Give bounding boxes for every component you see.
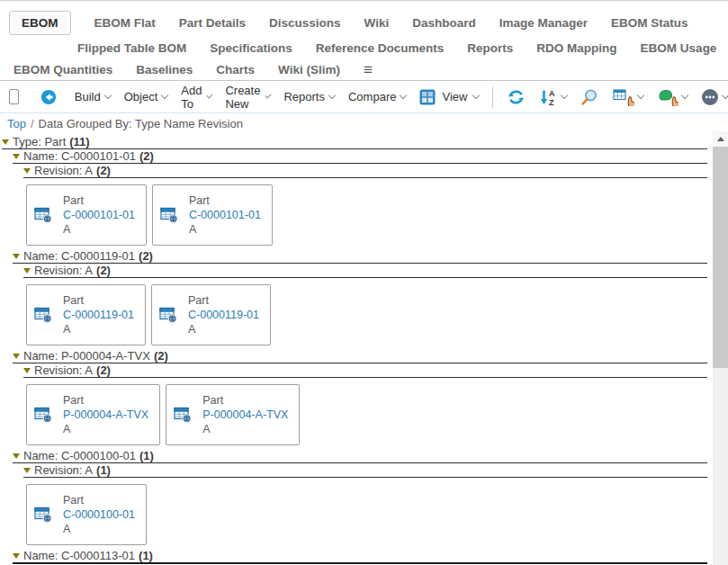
tab-ebom[interactable]: EBOM [9, 11, 71, 35]
collapse-triangle-icon[interactable] [13, 354, 20, 359]
group-label: Revision: A [34, 463, 93, 477]
group-name-2[interactable]: Name: C-0000119-01 (2) [13, 249, 707, 264]
scroll-up-button[interactable] [713, 131, 728, 147]
tab-ebom-quantities[interactable]: EBOM Quantities [13, 63, 112, 76]
ebom-page: EBOM EBOM Flat Part Details Discussions … [0, 0, 728, 565]
collapse-triangle-icon[interactable] [13, 254, 20, 259]
table-actions-button[interactable] [613, 88, 643, 106]
more-actions-button[interactable] [701, 88, 728, 106]
toolbar-separator [492, 86, 493, 108]
scrollbar-thumb[interactable] [713, 147, 728, 368]
search-button[interactable] [580, 88, 599, 106]
group-count: (2) [96, 363, 111, 377]
tab-dashboard[interactable]: Dashboard [412, 16, 476, 30]
tab-wiki[interactable]: Wiki [364, 16, 390, 30]
refresh-button[interactable] [507, 88, 526, 106]
tab-ebom-usage[interactable]: EBOM Usage [641, 41, 717, 55]
card-type-label: Part [63, 493, 135, 507]
card-type-label: Part [202, 393, 288, 408]
group-label: Revision: A [34, 164, 93, 177]
part-table-icon [34, 306, 52, 324]
menu-compare[interactable]: Compare [348, 90, 406, 103]
chevron-down-icon [103, 92, 111, 99]
breadcrumb-top-link[interactable]: Top [7, 117, 26, 130]
tab-row-3: EBOM Quantities Baselines Charts Wiki (S… [0, 59, 728, 80]
part-card: Part C-0000119-01 A [26, 284, 146, 345]
menu-compare-label: Compare [348, 90, 396, 103]
group-type-part[interactable]: Type: Part (11) [2, 135, 707, 149]
card-type-label: Part [189, 193, 261, 208]
group-label: Name: C-0000101-01 [23, 149, 136, 163]
highlight-actions-button[interactable] [657, 88, 688, 106]
select-all-checkbox[interactable] [9, 89, 19, 104]
group-revision-3[interactable]: Revision: A (2) [23, 363, 707, 378]
tab-reference-documents[interactable]: Reference Documents [316, 41, 445, 55]
vertical-scrollbar[interactable] [713, 131, 728, 565]
tab-overflow-menu-icon[interactable]: ≡ [364, 62, 373, 77]
back-circle-icon [40, 89, 57, 105]
card-part-link[interactable]: C-0000100-01 [63, 507, 135, 522]
collapse-triangle-icon[interactable] [13, 553, 20, 559]
card-part-link[interactable]: P-000004-A-TVX [202, 408, 288, 422]
chevron-down-icon [265, 92, 272, 98]
tab-wiki-slim[interactable]: Wiki (Slim) [278, 63, 340, 76]
toolbar: Build Object Add To Create New Reports C… [0, 81, 728, 113]
group-label: Revision: A [34, 363, 93, 377]
tab-charts[interactable]: Charts [216, 63, 255, 76]
green-hand-icon [657, 88, 679, 106]
sort-button[interactable] [539, 88, 567, 106]
card-revision-label: A [63, 522, 135, 536]
tab-discussions[interactable]: Discussions [269, 16, 341, 30]
card-type-label: Part [63, 193, 135, 208]
group-label: Revision: A [34, 264, 93, 277]
collapse-triangle-icon[interactable] [2, 139, 9, 145]
collapse-triangle-icon[interactable] [23, 468, 31, 473]
tab-reports[interactable]: Reports [467, 41, 513, 55]
tab-image-manager[interactable]: Image Manager [499, 16, 588, 30]
group-revision-2[interactable]: Revision: A (2) [23, 264, 707, 278]
card-revision-label: A [63, 422, 148, 436]
card-part-link[interactable]: C-0000119-01 [63, 308, 134, 322]
card-revision-label: A [63, 222, 135, 237]
back-button[interactable] [40, 89, 57, 105]
card-part-link[interactable]: C-0000119-01 [188, 308, 259, 322]
tab-specifications[interactable]: Specifications [210, 41, 292, 55]
group-label: Type: Part [13, 135, 66, 148]
tab-part-details[interactable]: Part Details [179, 16, 246, 30]
menu-object[interactable]: Object [124, 90, 168, 103]
tab-flipped-table-bom[interactable]: Flipped Table BOM [77, 41, 186, 55]
menu-reports[interactable]: Reports [283, 90, 335, 103]
menu-build[interactable]: Build [75, 90, 111, 103]
group-count: (1) [96, 463, 111, 477]
collapse-triangle-icon[interactable] [23, 268, 31, 274]
tab-ebom-flat[interactable]: EBOM Flat [94, 16, 156, 30]
menu-view-label: View [442, 90, 467, 103]
collapse-triangle-icon[interactable] [23, 168, 31, 174]
breadcrumb: Top/Data Grouped By: Type Name Revision [0, 113, 728, 135]
menu-view[interactable]: View [419, 89, 479, 105]
card-part-link[interactable]: P-000004-A-TVX [63, 408, 148, 422]
menu-object-label: Object [124, 90, 158, 103]
group-label: Name: P-000004-A-TVX [23, 349, 150, 363]
tab-ebom-status[interactable]: EBOM Status [611, 16, 688, 30]
menu-create-new[interactable]: Create New [225, 84, 270, 111]
card-part-link[interactable]: C-0000101-01 [189, 208, 261, 222]
collapse-triangle-icon[interactable] [13, 453, 20, 459]
part-table-icon [34, 406, 52, 424]
group-revision-1[interactable]: Revision: A (2) [23, 164, 707, 178]
group-name-5[interactable]: Name: C-0000113-01 (1) [13, 549, 707, 564]
group-revision-4[interactable]: Revision: A (1) [23, 463, 707, 478]
menu-add-to[interactable]: Add To [181, 84, 211, 111]
group-name-1[interactable]: Name: C-0000101-01 (2) [13, 149, 707, 164]
card-part-link[interactable]: C-0000101-01 [63, 208, 135, 222]
group-name-4[interactable]: Name: C-0000100-01 (1) [13, 449, 707, 463]
group-name-3[interactable]: Name: P-000004-A-TVX (2) [13, 349, 707, 363]
collapse-triangle-icon[interactable] [23, 368, 31, 373]
tab-rdo-mapping[interactable]: RDO Mapping [536, 41, 616, 55]
card-revision-label: A [202, 422, 288, 436]
collapse-triangle-icon[interactable] [13, 154, 20, 159]
card-row: Part P-000004-A-TVX A Part P-000004-A-TV… [26, 384, 707, 445]
search-icon [580, 88, 599, 106]
group-count: (1) [139, 549, 153, 562]
tab-baselines[interactable]: Baselines [136, 63, 193, 76]
